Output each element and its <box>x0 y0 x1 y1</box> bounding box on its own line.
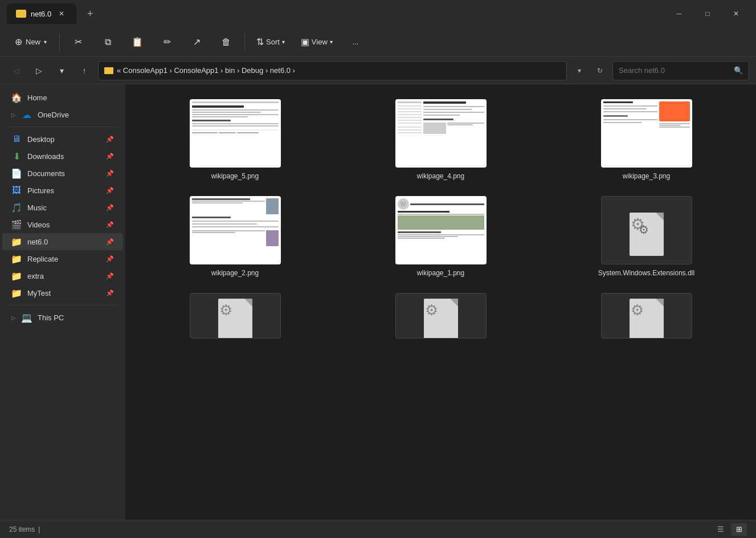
file-area: wikipage_5.png <box>125 84 756 520</box>
tab-folder-icon <box>16 10 26 18</box>
file-item-bottom3[interactable]: ⚙ <box>546 287 747 349</box>
rename-button[interactable]: ✏ <box>153 30 181 55</box>
sidebar: 🏠 Home ▷ ☁ OneDrive 🖥 Desktop 📌 ⬇ Downlo… <box>0 84 125 520</box>
window-close-button[interactable]: ✕ <box>723 5 749 23</box>
delete-button[interactable]: 🗑 <box>213 30 240 55</box>
search-box[interactable]: 🔍 <box>612 61 749 80</box>
sidebar-label-extra: extra <box>27 272 100 280</box>
main-area: 🏠 Home ▷ ☁ OneDrive 🖥 Desktop 📌 ⬇ Downlo… <box>0 84 756 520</box>
view-label: View <box>312 38 328 46</box>
downloads-pin-icon: 📌 <box>106 153 114 160</box>
paste-icon: 📋 <box>132 36 143 47</box>
view-toggle: ☰ ⊞ <box>713 523 747 536</box>
file-item-bottom2[interactable]: ⚙ <box>340 287 541 349</box>
cut-button[interactable]: ✂ <box>64 30 92 55</box>
onedrive-icon: ☁ <box>22 109 32 120</box>
mytest-folder-icon: 📁 <box>11 288 22 298</box>
net60-pin-icon: 📌 <box>106 238 114 246</box>
refresh-button[interactable]: ↻ <box>592 63 608 79</box>
address-bar[interactable]: « ConsoleApp1 › ConsoleApp1 › bin › Debu… <box>98 61 567 80</box>
file-item-wikipage3[interactable]: wikipage_3.png <box>546 93 747 186</box>
thumbnail-wikipage2 <box>190 196 281 264</box>
share-icon: ↗ <box>193 36 201 47</box>
replicate-folder-icon: 📁 <box>11 254 22 264</box>
file-item-wikipage1[interactable]: W wikipage_1.png <box>340 190 541 283</box>
file-item-wikipage2[interactable]: wikipage_2.png <box>134 190 336 283</box>
thumbnail-bottom3: ⚙ <box>601 293 692 339</box>
filename-wikipage3: wikipage_3.png <box>623 172 670 180</box>
thumbnail-dll: ⚙ ⚙ <box>601 196 692 264</box>
sidebar-item-videos[interactable]: 🎬 Videos 📌 <box>2 216 123 233</box>
downloads-icon: ⬇ <box>11 151 22 161</box>
new-button[interactable]: ⊕ New ▾ <box>7 30 55 55</box>
sidebar-label-replicate: Replicate <box>27 255 100 263</box>
cut-icon: ✂ <box>75 36 82 47</box>
search-input[interactable] <box>619 66 730 75</box>
sidebar-item-downloads[interactable]: ⬇ Downloads 📌 <box>2 148 123 165</box>
net60-folder-icon: 📁 <box>11 237 22 247</box>
search-icon: 🔍 <box>734 66 743 75</box>
filename-wikipage5: wikipage_5.png <box>211 172 259 180</box>
sidebar-label-downloads: Downloads <box>27 152 100 161</box>
music-pin-icon: 📌 <box>106 204 114 211</box>
sidebar-item-pictures[interactable]: 🖼 Pictures 📌 <box>2 182 123 199</box>
copy-button[interactable]: ⧉ <box>94 30 121 55</box>
up-button[interactable]: ↑ <box>75 62 93 80</box>
sidebar-item-music[interactable]: 🎵 Music 📌 <box>2 199 123 216</box>
list-view-button[interactable]: ☰ <box>713 523 729 536</box>
recent-button[interactable]: ▾ <box>52 62 71 80</box>
more-label: ... <box>353 38 358 46</box>
share-button[interactable]: ↗ <box>183 30 210 55</box>
sort-button[interactable]: ⇅ Sort ▾ <box>250 30 292 55</box>
thumbnail-wikipage4 <box>395 99 487 168</box>
forward-button[interactable]: ▷ <box>30 62 48 80</box>
sidebar-separator <box>7 127 118 127</box>
sidebar-item-home[interactable]: 🏠 Home <box>2 89 123 106</box>
sidebar-separator-2 <box>7 305 118 305</box>
sort-label: Sort <box>266 38 280 46</box>
view-chevron-icon: ▾ <box>330 39 333 45</box>
file-item-wikipage4[interactable]: wikipage_4.png <box>340 93 541 186</box>
tab-label: net6.0 <box>31 10 51 18</box>
active-tab[interactable]: net6.0 ✕ <box>7 3 76 24</box>
file-item-bottom1[interactable]: ⚙ <box>134 287 336 349</box>
more-button[interactable]: ... <box>342 30 369 55</box>
file-grid: wikipage_5.png <box>134 93 747 349</box>
sidebar-item-documents[interactable]: 📄 Documents 📌 <box>2 165 123 182</box>
extra-pin-icon: 📌 <box>106 272 114 280</box>
sort-icon: ⇅ <box>256 36 264 47</box>
maximize-button[interactable]: □ <box>694 5 721 23</box>
desktop-pin-icon: 📌 <box>106 136 114 143</box>
sidebar-item-thispc[interactable]: ▷ 💻 This PC <box>2 309 123 326</box>
new-icon: ⊕ <box>15 36 22 47</box>
videos-pin-icon: 📌 <box>106 221 114 229</box>
grid-view-button[interactable]: ⊞ <box>731 523 747 536</box>
delete-icon: 🗑 <box>222 37 231 47</box>
filename-wikipage4: wikipage_4.png <box>417 172 464 180</box>
back-button[interactable]: ◁ <box>7 62 25 80</box>
music-icon: 🎵 <box>11 202 22 213</box>
thispc-expand-icon: ▷ <box>11 315 16 321</box>
sidebar-item-onedrive[interactable]: ▷ ☁ OneDrive <box>2 106 123 123</box>
minimize-button[interactable]: ─ <box>666 5 692 23</box>
documents-pin-icon: 📌 <box>106 170 114 177</box>
mytest-pin-icon: 📌 <box>106 290 114 297</box>
sidebar-label-pictures: Pictures <box>27 186 100 195</box>
new-tab-button[interactable]: + <box>81 5 99 23</box>
file-item-wikipage5[interactable]: wikipage_5.png <box>134 93 336 186</box>
tab-close-button[interactable]: ✕ <box>56 8 67 19</box>
new-chevron-icon: ▾ <box>44 39 47 45</box>
title-bar: net6.0 ✕ + ─ □ ✕ <box>0 0 756 27</box>
sidebar-item-net60[interactable]: 📁 net6.0 📌 <box>2 233 123 250</box>
sidebar-item-replicate[interactable]: 📁 Replicate 📌 <box>2 250 123 267</box>
paste-button[interactable]: 📋 <box>124 30 151 55</box>
address-dropdown-button[interactable]: ▾ <box>571 63 587 79</box>
file-item-dll[interactable]: ⚙ ⚙ System.Windows.Extensions.dll <box>546 190 747 283</box>
filename-wikipage2: wikipage_2.png <box>211 269 259 277</box>
sidebar-item-mytest[interactable]: 📁 MyTest 📌 <box>2 284 123 301</box>
view-button[interactable]: ▣ View ▾ <box>294 30 340 55</box>
sidebar-item-desktop[interactable]: 🖥 Desktop 📌 <box>2 131 123 148</box>
thumbnail-bottom1: ⚙ <box>190 293 281 339</box>
sidebar-item-extra[interactable]: 📁 extra 📌 <box>2 267 123 284</box>
thumbnail-wikipage3 <box>601 99 692 168</box>
